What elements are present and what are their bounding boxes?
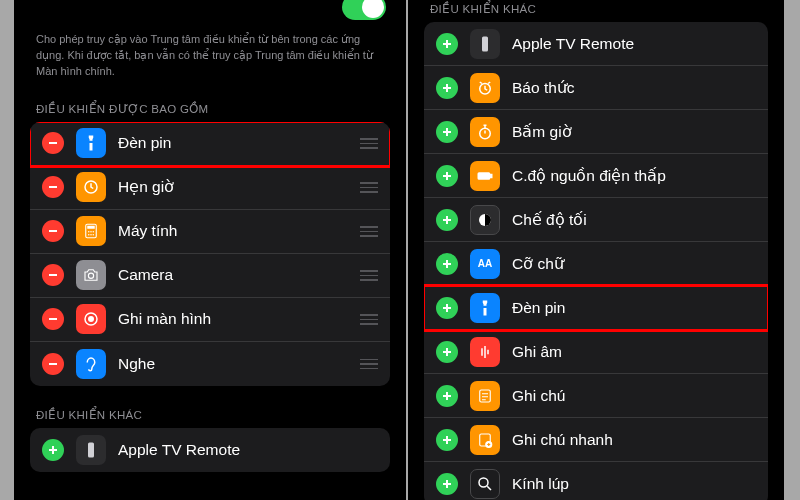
included-row-flashlight[interactable]: Đèn pin — [30, 122, 390, 166]
settings-panel-left: Cho phép truy cập vào Trung tâm điều khi… — [14, 0, 406, 500]
more-row-stopwatch[interactable]: Bấm giờ — [424, 110, 768, 154]
more-row-flashlight[interactable]: Đèn pin — [424, 286, 768, 330]
remote-icon — [470, 29, 500, 59]
notes-icon — [470, 381, 500, 411]
svg-rect-12 — [49, 274, 57, 276]
drag-handle-icon[interactable] — [360, 359, 378, 370]
more-row-remote[interactable]: Apple TV Remote — [30, 428, 390, 472]
more-row-remote[interactable]: Apple TV Remote — [424, 22, 768, 66]
flashlight-icon — [76, 128, 106, 158]
included-list: Đèn pin Hẹn giờ Máy tính — [30, 122, 390, 386]
drag-handle-icon[interactable] — [360, 226, 378, 237]
more-row-textsize[interactable]: AA Cỡ chữ — [424, 242, 768, 286]
add-button[interactable] — [436, 77, 458, 99]
included-section-header: ĐIỀU KHIỂN ĐƯỢC BAO GỒM — [30, 80, 390, 122]
svg-rect-18 — [88, 442, 94, 457]
row-label: Nghe — [118, 355, 360, 373]
more-row-quicknote[interactable]: Ghi chú nhanh — [424, 418, 768, 462]
camera-icon — [76, 260, 106, 290]
svg-rect-17 — [49, 363, 57, 365]
more-list-left: Apple TV Remote — [30, 428, 390, 472]
more-row-lowpower[interactable]: C.độ nguồn điện thấp — [424, 154, 768, 198]
more-row-magnifier[interactable]: Kính lúp — [424, 462, 768, 500]
add-button[interactable] — [436, 165, 458, 187]
minus-icon — [47, 313, 59, 325]
remove-button[interactable] — [42, 176, 64, 198]
svg-rect-25 — [481, 348, 483, 356]
add-button[interactable] — [436, 121, 458, 143]
add-button[interactable] — [436, 385, 458, 407]
more-row-darkmode[interactable]: Chế độ tối — [424, 198, 768, 242]
row-label: Ghi màn hình — [118, 310, 360, 328]
included-row-calculator[interactable]: Máy tính — [30, 210, 390, 254]
screen-record-icon — [76, 304, 106, 334]
drag-handle-icon[interactable] — [360, 270, 378, 281]
drag-handle-icon[interactable] — [360, 182, 378, 193]
alarm-icon — [470, 73, 500, 103]
textsize-icon: AA — [470, 249, 500, 279]
row-label: Đèn pin — [118, 134, 360, 152]
row-label: Bấm giờ — [512, 123, 756, 141]
svg-rect-14 — [49, 318, 57, 320]
row-label: Ghi chú nhanh — [512, 431, 756, 449]
svg-rect-23 — [490, 174, 492, 177]
plus-icon — [441, 38, 453, 50]
plus-icon — [47, 444, 59, 456]
stopwatch-icon — [470, 117, 500, 147]
svg-rect-26 — [484, 346, 486, 358]
add-button[interactable] — [436, 429, 458, 451]
voicemail-icon — [470, 337, 500, 367]
plus-icon — [441, 478, 453, 490]
row-label: C.độ nguồn điện thấp — [512, 167, 756, 185]
hearing-icon — [76, 349, 106, 379]
quicknote-icon — [470, 425, 500, 455]
more-row-voicemail[interactable]: Ghi âm — [424, 330, 768, 374]
add-button[interactable] — [436, 253, 458, 275]
included-row-screen-record[interactable]: Ghi màn hình — [30, 298, 390, 342]
svg-point-7 — [90, 231, 92, 233]
add-button[interactable] — [42, 439, 64, 461]
svg-rect-1 — [49, 186, 57, 188]
row-label: Ghi chú — [512, 387, 756, 405]
plus-icon — [441, 126, 453, 138]
plus-icon — [441, 258, 453, 270]
more-section-header: ĐIỀU KHIỂN KHÁC — [30, 386, 390, 428]
remove-button[interactable] — [42, 220, 64, 242]
more-row-notes[interactable]: Ghi chú — [424, 374, 768, 418]
row-label: Hẹn giờ — [118, 178, 360, 196]
add-button[interactable] — [436, 297, 458, 319]
minus-icon — [47, 137, 59, 149]
row-label: Báo thức — [512, 79, 756, 97]
svg-rect-5 — [87, 226, 95, 229]
access-toggle[interactable] — [342, 0, 386, 20]
row-label: Camera — [118, 266, 360, 284]
timer-icon — [76, 172, 106, 202]
remove-button[interactable] — [42, 264, 64, 286]
drag-handle-icon[interactable] — [360, 314, 378, 325]
add-button[interactable] — [436, 209, 458, 231]
add-button[interactable] — [436, 341, 458, 363]
add-button[interactable] — [436, 33, 458, 55]
drag-handle-icon[interactable] — [360, 138, 378, 149]
included-row-camera[interactable]: Camera — [30, 254, 390, 298]
row-label: Máy tính — [118, 222, 360, 240]
add-button[interactable] — [436, 473, 458, 495]
svg-point-8 — [93, 231, 95, 233]
svg-point-9 — [88, 234, 90, 236]
remove-button[interactable] — [42, 132, 64, 154]
remote-icon — [76, 435, 106, 465]
included-row-hearing[interactable]: Nghe — [30, 342, 390, 386]
more-row-alarm[interactable]: Báo thức — [424, 66, 768, 110]
minus-icon — [47, 358, 59, 370]
access-description: Cho phép truy cập vào Trung tâm điều khi… — [30, 24, 390, 80]
svg-point-10 — [90, 234, 92, 236]
svg-rect-3 — [49, 230, 57, 232]
svg-point-16 — [88, 316, 94, 322]
row-label: Apple TV Remote — [512, 35, 756, 53]
remove-button[interactable] — [42, 308, 64, 330]
remove-button[interactable] — [42, 353, 64, 375]
magnifier-icon — [470, 469, 500, 499]
included-row-timer[interactable]: Hẹn giờ — [30, 166, 390, 210]
row-label: Apple TV Remote — [118, 441, 378, 459]
access-toggle-row — [30, 0, 390, 24]
